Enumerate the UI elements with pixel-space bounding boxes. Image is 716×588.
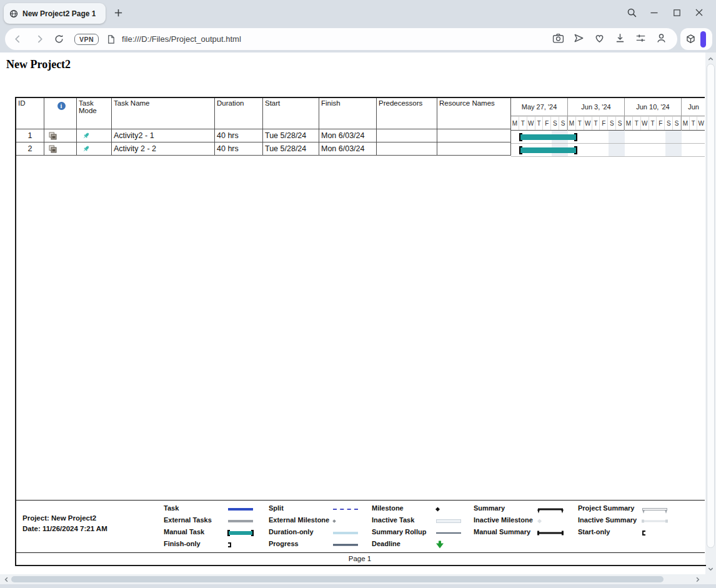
legend-swatch (642, 508, 667, 511)
legend-project-label: Project: New Project2 (22, 513, 107, 524)
forward-button[interactable] (34, 34, 45, 44)
vertical-scrollbar[interactable] (705, 52, 716, 574)
horizontal-scrollbar[interactable] (0, 574, 716, 584)
pushpin-icon (81, 144, 91, 154)
indicator-copy-icon (49, 132, 57, 140)
browser-tab[interactable]: New Project2 Page 1 (4, 3, 106, 24)
legend-item: Summary (474, 503, 578, 515)
gantt-day-label: W (527, 116, 535, 130)
reload-button[interactable] (54, 34, 64, 44)
purple-pill-indicator[interactable] (700, 31, 706, 47)
cube-extension-icon[interactable] (685, 34, 696, 44)
share-button[interactable] (573, 32, 585, 46)
col-header-task-name: Task Name (112, 98, 215, 129)
legend-swatch (435, 507, 440, 511)
legend-swatch (332, 519, 336, 523)
cell-resources (437, 129, 511, 142)
gantt-day-label: T (690, 116, 698, 130)
gantt-day-label: W (697, 116, 705, 130)
legend-swatch (228, 531, 253, 535)
col-header-indicators (44, 98, 77, 129)
cell-id: 2 (16, 142, 44, 156)
vertical-scrollbar-thumb[interactable] (707, 64, 715, 548)
minimize-button[interactable] (647, 6, 661, 19)
gantt-week-label: Jun 10, '24 (625, 98, 681, 116)
gantt-chart: May 27, '24MTWTFSSJun 3, '24MTWTFSSJun 1… (511, 98, 705, 157)
gantt-week-label: May 27, '24 (511, 98, 567, 116)
gantt-bar (520, 147, 577, 153)
gantt-day-label: S (665, 116, 673, 130)
gantt-day-label: T (649, 116, 657, 130)
cell-indicators (44, 142, 77, 156)
scroll-down-button[interactable] (705, 564, 716, 574)
cell-start: Tue 5/28/24 (263, 129, 319, 142)
favorites-heart-button[interactable] (594, 32, 605, 46)
scroll-right-button[interactable] (692, 574, 702, 584)
legend-grid: TaskExternal TasksManual TaskFinish-only… (164, 503, 685, 551)
page-icon (106, 34, 116, 44)
legend-swatch (538, 532, 563, 534)
legend-item: Manual Task (164, 527, 269, 539)
vpn-badge[interactable]: VPN (74, 34, 99, 45)
scroll-up-button[interactable] (705, 54, 716, 64)
gantt-bar (520, 134, 577, 140)
maximize-button[interactable] (670, 6, 684, 19)
legend-item: Project Summary (578, 503, 685, 515)
cell-indicators (44, 129, 77, 142)
tab-bar: New Project2 Page 1 (0, 0, 716, 26)
weekend-shading (617, 131, 625, 157)
cell-predecessors (377, 142, 437, 156)
search-icon[interactable] (625, 6, 639, 19)
scroll-left-button[interactable] (1, 574, 11, 584)
legend-item: Manual Summary (474, 527, 578, 539)
legend-box: Project: New Project2 Date: 11/26/2024 7… (15, 500, 705, 553)
col-header-finish: Finish (319, 98, 377, 129)
close-button[interactable] (692, 6, 706, 19)
cell-finish: Mon 6/03/24 (319, 142, 377, 156)
legend-swatch (436, 541, 444, 549)
gantt-day-label: M (568, 116, 576, 130)
legend-item: Milestone (372, 503, 474, 515)
legend-item: Inactive Milestone (474, 515, 578, 527)
address-bar[interactable]: VPN file:///D:/Files/Project_output.html (5, 28, 677, 50)
legend-item: Summary Rollup (372, 527, 474, 539)
legend-item: External Milestone (269, 515, 372, 527)
extensions-card[interactable] (680, 28, 712, 50)
legend-swatch (642, 520, 667, 522)
legend-item: Task (164, 503, 269, 515)
print-page-border (15, 97, 706, 566)
gantt-week: Jun 3, '24MTWTFSS (568, 98, 625, 131)
browser-toolbar: VPN file:///D:/Files/Project_output.html (0, 26, 716, 52)
gantt-day-label: M (511, 116, 519, 130)
url-text[interactable]: file:///D:/Files/Project_output.html (122, 34, 241, 44)
legend-swatch (333, 532, 358, 534)
cell-start: Tue 5/28/24 (263, 142, 319, 156)
tune-sliders-button[interactable] (635, 32, 647, 46)
cell-duration: 40 hrs (215, 129, 263, 142)
pushpin-icon (81, 131, 91, 141)
legend-item: Duration-only (269, 527, 372, 539)
back-button[interactable] (12, 34, 23, 44)
weekend-shading (665, 131, 674, 157)
legend-swatch (228, 508, 253, 511)
legend-swatch (333, 544, 358, 546)
gantt-day-label: T (576, 116, 584, 130)
gantt-day-label: T (592, 116, 600, 130)
cell-task-mode (77, 129, 112, 142)
screenshot-camera-button[interactable] (552, 32, 564, 46)
col-header-task-mode: Task Mode (77, 98, 112, 129)
legend-item: External Tasks (164, 515, 269, 527)
legend-swatch (228, 520, 253, 522)
gantt-week-label: Jun 3, '24 (568, 98, 624, 116)
gantt-day-label: W (641, 116, 649, 130)
gantt-timescale: May 27, '24MTWTFSSJun 3, '24MTWTFSSJun 1… (511, 98, 705, 131)
col-header-resource-names: Resource Names (437, 98, 511, 129)
gantt-body (511, 131, 705, 157)
new-tab-button[interactable] (111, 6, 125, 19)
profile-button[interactable] (655, 32, 667, 46)
cell-finish: Mon 6/03/24 (319, 129, 377, 142)
horizontal-scrollbar-thumb[interactable] (11, 576, 664, 582)
gantt-day-label: W (584, 116, 592, 130)
gantt-day-label: S (559, 116, 567, 130)
download-button[interactable] (614, 32, 626, 46)
